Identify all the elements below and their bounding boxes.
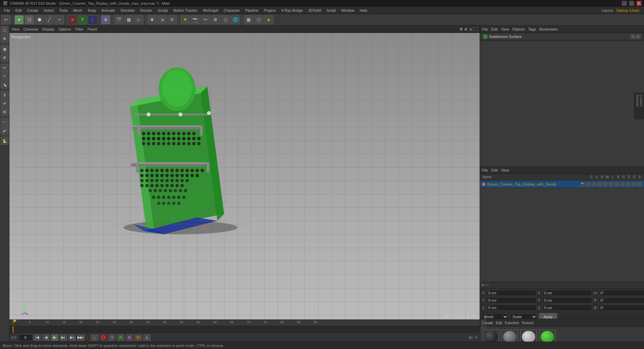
x-input[interactable]	[487, 290, 536, 296]
zh-input[interactable]	[542, 305, 592, 311]
subdivision-surface-entry[interactable]: Subdivision Surface ✏ ✓	[481, 33, 643, 40]
obj-flag-r[interactable]: □	[597, 182, 602, 187]
menu-render[interactable]: Render	[138, 8, 155, 13]
new-object-button[interactable]: +	[14, 15, 24, 24]
y-input[interactable]	[487, 297, 536, 303]
viewport-menu-display[interactable]: Display	[42, 27, 54, 31]
obj-flag-x[interactable]: □	[637, 182, 642, 187]
obj-edit-menu[interactable]: Edit	[491, 168, 498, 172]
menu-character[interactable]: Character	[221, 8, 243, 13]
question-button[interactable]: ?	[108, 334, 116, 341]
spline-button[interactable]: 〜	[201, 15, 210, 24]
menu-select[interactable]: Select	[41, 8, 57, 13]
scale-toggle[interactable]: ⊟	[135, 334, 142, 341]
go-last-key-button[interactable]: ▶▶|	[77, 334, 85, 341]
go-end-button[interactable]: ▶|	[68, 334, 76, 341]
z-input[interactable]	[487, 305, 536, 311]
mirror-button[interactable]: ⇌	[1, 99, 9, 107]
obj-flag-a[interactable]: □	[614, 182, 619, 187]
menu-simulate[interactable]: Simulate	[118, 8, 138, 13]
undo-button[interactable]: ↩	[1, 15, 11, 24]
content-browser-tab[interactable]: Content Browser	[634, 93, 644, 119]
timeline-track[interactable]	[9, 326, 480, 333]
mat-function-menu[interactable]: Function	[505, 321, 519, 325]
edge-cut-button[interactable]: ✂	[1, 72, 9, 80]
maximize-button[interactable]: □	[629, 1, 634, 6]
rotation-toggle[interactable]: ⊞	[126, 334, 133, 341]
scale-button[interactable]: ⇲	[157, 15, 167, 24]
menu-animate[interactable]: Animate	[99, 8, 118, 13]
right-view-menu[interactable]: View	[501, 27, 509, 31]
viewport-fullscreen-icon[interactable]: ⛶	[474, 27, 478, 32]
obj-row-green-counter[interactable]: Green_Counter_Top_Display_with_Goods 📷 □…	[480, 181, 644, 188]
obj-flag-camera[interactable]: 📷	[580, 182, 585, 187]
menu-motion-tracker[interactable]: Motion Tracker	[170, 8, 200, 13]
obj-flag-d[interactable]: □	[626, 182, 631, 187]
frame-start-input[interactable]	[19, 334, 32, 341]
menu-edit[interactable]: Edit	[13, 8, 24, 13]
menu-help[interactable]: Help	[357, 8, 370, 13]
select-tool-button[interactable]: ⬡	[1, 26, 9, 34]
h-input[interactable]	[599, 290, 644, 296]
minimize-button[interactable]: —	[622, 1, 627, 6]
z-axis-button[interactable]: Z	[88, 15, 97, 24]
move-tool-left-button[interactable]: ✥	[1, 35, 9, 43]
rotate-button[interactable]: ↻	[167, 15, 177, 24]
xh-input[interactable]	[542, 290, 592, 296]
deformer-button[interactable]: ⬡	[221, 15, 230, 24]
magnet-button[interactable]: $	[1, 91, 9, 99]
obj-flag-l[interactable]: □	[609, 182, 613, 187]
viewport-menu-options[interactable]: Options	[58, 27, 71, 31]
menu-file[interactable]: File	[1, 8, 13, 13]
mode-polygon-button[interactable]: ⬢	[35, 15, 44, 24]
menu-3dtoall[interactable]: 3DToAll	[306, 8, 324, 13]
subdiv-flag-visible[interactable]: ✓	[636, 34, 641, 39]
viewport-move-icon[interactable]: ✥	[460, 27, 463, 32]
mat-texture-menu[interactable]: Texture	[522, 321, 534, 325]
yh-input[interactable]	[542, 297, 592, 303]
viewport-menu-panel[interactable]: Panel	[88, 27, 97, 31]
viewport-rotate-icon[interactable]: ⊕	[464, 27, 468, 32]
array-button[interactable]: ⊞	[1, 108, 9, 116]
menu-mograph[interactable]: MoGraph	[200, 8, 221, 13]
right-edit-menu[interactable]: Edit	[491, 27, 498, 31]
move-tool-button[interactable]: ⊕	[101, 15, 110, 24]
live-select-button[interactable]: ⊕	[1, 53, 9, 61]
poly-pen-button[interactable]: ✏	[1, 64, 9, 72]
mode-point-button[interactable]: •	[55, 15, 64, 24]
move-button[interactable]: ✥	[147, 15, 157, 24]
obj-view-menu[interactable]: View	[501, 168, 509, 172]
y-axis-button[interactable]: Y	[78, 15, 87, 24]
p-input[interactable]	[599, 297, 644, 303]
auto-key-button[interactable]: ⭕	[100, 334, 107, 341]
subdiv-flag-edit[interactable]: ✏	[631, 34, 635, 39]
right-bookmarks-menu[interactable]: Bookmarks	[539, 27, 558, 31]
obj-file-menu[interactable]: File	[482, 168, 488, 172]
viewport-menu-filter[interactable]: Filter	[75, 27, 83, 31]
right-file-menu[interactable]: File	[482, 27, 488, 31]
generator-button[interactable]: ⚙	[211, 15, 220, 24]
menu-script[interactable]: Script	[324, 8, 338, 13]
play-forward-button[interactable]: ▶|	[60, 334, 67, 341]
display-mode-button[interactable]: ▦	[244, 15, 253, 24]
record-button[interactable]: ●	[91, 334, 98, 341]
obj-flag-e[interactable]: □	[632, 182, 636, 187]
obj-flag-g[interactable]: □	[620, 182, 625, 187]
mode-edge-button[interactable]: ╱	[45, 15, 54, 24]
texture-button[interactable]: ◈	[264, 15, 273, 24]
knife-button[interactable]: 🔪	[1, 81, 9, 89]
viewport-menu-view[interactable]: View	[11, 27, 19, 31]
menu-window[interactable]: Window	[338, 8, 357, 13]
play-button[interactable]: ▶	[51, 334, 58, 341]
scene-button[interactable]: 🌐	[231, 15, 240, 24]
python-button[interactable]: 🐍	[1, 137, 9, 145]
camera-button[interactable]: 📷	[191, 15, 200, 24]
menu-snap[interactable]: Snap	[85, 8, 99, 13]
viewport-scale-icon[interactable]: ⇲	[469, 27, 472, 32]
spline-tool-button[interactable]: 〰	[1, 118, 9, 126]
render-all-views-button[interactable]: ▦	[124, 15, 133, 24]
obj-flag-v[interactable]: □	[592, 182, 596, 187]
position-toggle[interactable]: P	[117, 334, 124, 341]
timeline-playhead[interactable]	[13, 326, 13, 333]
mode-object-button[interactable]: ⬡	[24, 15, 34, 24]
